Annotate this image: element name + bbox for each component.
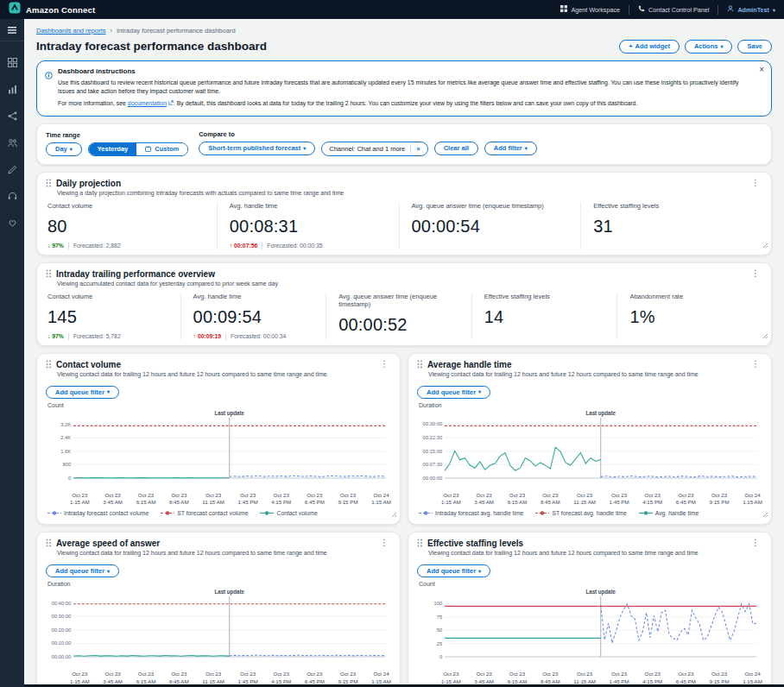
- chart-plot: 08001.6K2.4K3.2KLast update: [46, 409, 391, 492]
- left-sidebar: [0, 19, 24, 687]
- average-speed-of-answer-chart-widget: Average speed of answer ⋮ Viewing contac…: [36, 532, 401, 684]
- remove-token-icon[interactable]: ×: [410, 145, 420, 153]
- trailing-overview-widget: Intraday trailing performance overview ⋮…: [36, 262, 772, 346]
- save-button[interactable]: Save: [737, 40, 772, 54]
- compare-to-select[interactable]: Short-term published forecast▾: [199, 142, 315, 155]
- x-tick-label: Oct 239:15 PM: [710, 671, 730, 684]
- time-range-unit-select[interactable]: Day▾: [46, 142, 82, 156]
- kebab-menu-icon[interactable]: ⋮: [749, 179, 762, 187]
- x-tick-label: Oct 231:15 AM: [441, 671, 461, 684]
- svg-text:00:15:00: 00:15:00: [423, 449, 443, 454]
- user-menu[interactable]: AdminTest ▾: [727, 5, 775, 14]
- calendar-icon: [145, 146, 151, 152]
- metric: Avg. queue answer time (enqueue timestam…: [326, 293, 471, 340]
- widget-title: Intraday trailing performance overview: [56, 269, 215, 279]
- kebab-menu-icon[interactable]: ⋮: [749, 269, 762, 278]
- hamburger-icon: [8, 27, 16, 34]
- sidebar-item-forecasting[interactable]: [8, 162, 17, 178]
- metric-value: 00:09:54: [193, 307, 314, 327]
- drag-handle-icon[interactable]: [46, 179, 52, 187]
- add-queue-filter-button[interactable]: Add queue filter▾: [417, 564, 490, 578]
- phone-icon: [638, 5, 645, 14]
- daily-projection-widget: Daily projection ⋮ Viewing a daily proje…: [36, 172, 772, 255]
- sidebar-item-support[interactable]: [8, 189, 17, 205]
- resize-handle[interactable]: [391, 506, 397, 521]
- sidebar-item-dashboard[interactable]: [8, 55, 17, 71]
- kebab-menu-icon[interactable]: ⋮: [749, 539, 762, 547]
- actions-button[interactable]: Actions▾: [685, 40, 733, 54]
- add-queue-filter-button[interactable]: Add queue filter▾: [46, 386, 119, 400]
- drag-handle-icon[interactable]: [46, 539, 52, 547]
- agent-workspace-link[interactable]: Agent Workspace: [560, 5, 620, 14]
- metric-delta: ↑ 00:09:19 Forecasted: 00:00:34: [193, 333, 314, 340]
- kebab-menu-icon[interactable]: ⋮: [377, 539, 391, 547]
- heart-hand-icon: [8, 218, 17, 228]
- legend-marker-icon: [639, 510, 653, 516]
- y-axis-title: Duration: [419, 402, 762, 408]
- widget-subtitle: Viewing a daily projection combining int…: [57, 190, 762, 196]
- brand-title: Amazon Connect: [26, 5, 95, 15]
- add-queue-filter-button[interactable]: Add queue filter▾: [46, 564, 119, 578]
- y-axis-title: Count: [419, 581, 762, 587]
- drag-handle-icon[interactable]: [417, 360, 423, 369]
- metric-label: Contact volume: [47, 293, 168, 300]
- metric: Avg. handle time 00:09:54 ↑ 00:09:19 For…: [180, 293, 326, 340]
- chart-legend: Intraday forecast avg. handle timeST for…: [419, 510, 762, 516]
- plus-icon: +: [629, 43, 632, 50]
- metric-value: 00:00:54: [412, 217, 569, 236]
- kebab-menu-icon[interactable]: ⋮: [377, 360, 391, 369]
- add-widget-button[interactable]: +Add widget: [619, 40, 680, 54]
- resize-handle[interactable]: [762, 506, 768, 521]
- kebab-menu-icon[interactable]: ⋮: [749, 360, 762, 369]
- forecasted-note: Forecasted: 00:00:34: [231, 333, 286, 339]
- widget-title: Daily projection: [56, 179, 121, 188]
- headset-icon: [8, 192, 17, 201]
- x-tick-label: Oct 238:45 AM: [169, 671, 189, 684]
- drag-handle-icon[interactable]: [46, 360, 52, 369]
- sidebar-item-users[interactable]: [8, 136, 17, 151]
- legend-marker-icon: [161, 510, 174, 516]
- add-filter-button[interactable]: Add filter▾: [484, 142, 537, 155]
- svg-text:3.2K: 3.2K: [60, 422, 71, 427]
- sidebar-item-routing[interactable]: [8, 109, 17, 124]
- metric-label: Effective staffing levels: [593, 202, 750, 210]
- svg-text:25: 25: [437, 641, 443, 646]
- widget-title: Contact volume: [56, 360, 121, 369]
- breadcrumb-dashboards-link[interactable]: Dashboards and reports: [36, 27, 105, 35]
- drag-handle-icon[interactable]: [46, 269, 52, 278]
- sidebar-item-engagement[interactable]: [8, 216, 17, 231]
- metric-label: Contact volume: [47, 202, 205, 210]
- average-handle-time-chart-widget: Average handle time ⋮ Viewing contact da…: [408, 353, 772, 525]
- documentation-link[interactable]: documentation: [128, 100, 167, 106]
- delta-divider: [225, 333, 226, 340]
- delta-down-arrow: ↓ 97%: [47, 243, 64, 249]
- resize-handle[interactable]: [762, 327, 768, 343]
- close-icon[interactable]: ×: [759, 66, 764, 74]
- queue-filter-label: Add queue filter: [427, 389, 476, 396]
- yesterday-segment[interactable]: Yesterday: [89, 143, 136, 155]
- metric: Contact volume 80 ↓ 97% Forecasted: 2,88…: [46, 202, 217, 249]
- legend-marker-icon: [47, 510, 61, 516]
- clear-all-button[interactable]: Clear all: [434, 142, 478, 155]
- svg-text:00:30:00: 00:30:00: [423, 421, 443, 426]
- x-tick-label: Oct 236:15 AM: [508, 671, 528, 684]
- x-axis-labels: Oct 231:15 AMOct 233:45 AMOct 236:15 AMO…: [70, 492, 391, 507]
- sidebar-item-analytics[interactable]: [8, 82, 17, 98]
- x-tick-label: Oct 241:15 AM: [371, 671, 391, 684]
- x-tick-label: Oct 233:45 AM: [103, 492, 123, 507]
- instructions-body-2: For more information, see documentation …: [58, 99, 750, 108]
- custom-segment[interactable]: Custom: [136, 143, 187, 155]
- legend-item: Intraday forecast contact volume: [47, 510, 149, 516]
- contact-control-panel-link[interactable]: Contact Control Panel: [638, 5, 709, 14]
- x-tick-label: Oct 239:15 PM: [338, 492, 358, 507]
- x-tick-label: Oct 233:45 AM: [103, 671, 123, 684]
- add-queue-filter-button[interactable]: Add queue filter▾: [417, 386, 490, 400]
- legend-marker-icon: [419, 510, 433, 516]
- metric: Effective staffing levels 31: [580, 202, 762, 249]
- x-tick-label: Oct 231:15 AM: [441, 492, 461, 507]
- resize-handle[interactable]: [762, 236, 768, 252]
- widget-subtitle: Viewing accumulated contact data for yes…: [57, 280, 762, 287]
- menu-toggle-button[interactable]: [0, 19, 24, 41]
- drag-handle-icon[interactable]: [417, 539, 423, 547]
- metric-value: 14: [484, 307, 605, 327]
